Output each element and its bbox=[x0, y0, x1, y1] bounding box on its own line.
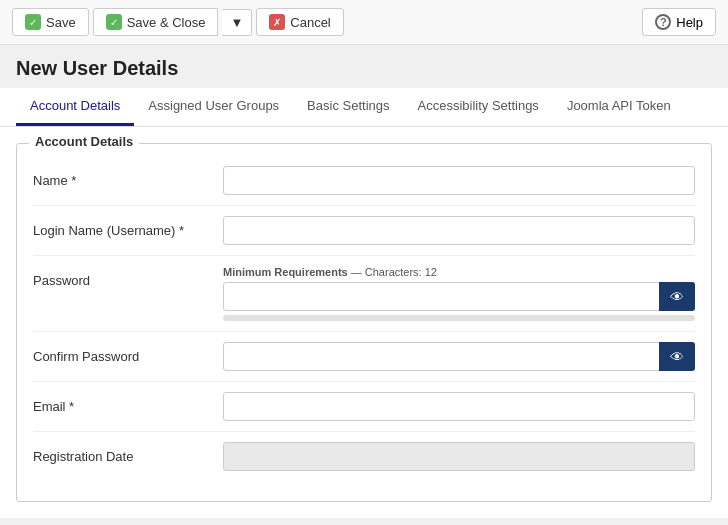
tab-joomla-api-token[interactable]: Joomla API Token bbox=[553, 88, 685, 126]
registration-date-input bbox=[223, 442, 695, 471]
save-close-icon: ✓ bbox=[106, 14, 122, 30]
email-input[interactable] bbox=[223, 392, 695, 421]
email-control-wrap bbox=[223, 392, 695, 421]
name-input[interactable] bbox=[223, 166, 695, 195]
confirm-password-input[interactable] bbox=[223, 342, 695, 371]
page-header: New User Details bbox=[0, 45, 728, 88]
login-name-row: Login Name (Username) * bbox=[33, 206, 695, 255]
page-title: New User Details bbox=[16, 57, 712, 80]
confirm-password-control-wrap: 👁 bbox=[223, 342, 695, 371]
registration-date-label: Registration Date bbox=[33, 442, 213, 464]
registration-date-row: Registration Date bbox=[33, 432, 695, 481]
login-name-input[interactable] bbox=[223, 216, 695, 245]
cancel-icon: ✗ bbox=[269, 14, 285, 30]
name-row: Name * bbox=[33, 156, 695, 205]
login-name-label: Login Name (Username) * bbox=[33, 216, 213, 238]
name-control-wrap bbox=[223, 166, 695, 195]
password-hint: Minimum Requirements — Characters: 12 bbox=[223, 266, 695, 278]
name-label: Name * bbox=[33, 166, 213, 188]
save-close-label: Save & Close bbox=[127, 15, 206, 30]
save-button[interactable]: ✓ Save bbox=[12, 8, 89, 36]
fieldset-legend: Account Details bbox=[29, 134, 139, 149]
confirm-password-row: Confirm Password 👁 bbox=[33, 332, 695, 381]
password-hint-text: Characters: 12 bbox=[365, 266, 437, 278]
eye-icon: 👁 bbox=[670, 289, 684, 305]
cancel-label: Cancel bbox=[290, 15, 330, 30]
password-input[interactable] bbox=[223, 282, 695, 311]
tab-account-details[interactable]: Account Details bbox=[16, 88, 134, 126]
help-icon: ? bbox=[655, 14, 671, 30]
confirm-password-input-wrap: 👁 bbox=[223, 342, 695, 371]
confirm-password-toggle-button[interactable]: 👁 bbox=[659, 342, 695, 371]
chevron-down-icon: ▼ bbox=[230, 15, 243, 30]
save-close-button[interactable]: ✓ Save & Close bbox=[93, 8, 219, 36]
password-row: Password Minimum Requirements — Characte… bbox=[33, 256, 695, 331]
main-content: Account Details Name * Login Name (Usern… bbox=[0, 127, 728, 518]
login-name-control-wrap bbox=[223, 216, 695, 245]
email-row: Email * bbox=[33, 382, 695, 431]
password-control-wrap: Minimum Requirements — Characters: 12 👁 bbox=[223, 266, 695, 321]
email-label: Email * bbox=[33, 392, 213, 414]
help-label: Help bbox=[676, 15, 703, 30]
eye-icon-confirm: 👁 bbox=[670, 349, 684, 365]
password-strength-bar bbox=[223, 315, 695, 321]
tab-assigned-user-groups[interactable]: Assigned User Groups bbox=[134, 88, 293, 126]
save-icon: ✓ bbox=[25, 14, 41, 30]
tab-basic-settings[interactable]: Basic Settings bbox=[293, 88, 403, 126]
registration-date-control-wrap bbox=[223, 442, 695, 471]
toolbar: ✓ Save ✓ Save & Close ▼ ✗ Cancel ? Help bbox=[0, 0, 728, 45]
password-hint-separator: — bbox=[351, 266, 362, 278]
save-dropdown-button[interactable]: ▼ bbox=[222, 9, 252, 36]
cancel-button[interactable]: ✗ Cancel bbox=[256, 8, 343, 36]
password-label: Password bbox=[33, 266, 213, 288]
password-input-wrap: 👁 bbox=[223, 282, 695, 311]
tabs-container: Account Details Assigned User Groups Bas… bbox=[0, 88, 728, 127]
tab-accessibility-settings[interactable]: Accessibility Settings bbox=[403, 88, 552, 126]
account-details-fieldset: Account Details Name * Login Name (Usern… bbox=[16, 143, 712, 502]
password-hint-label: Minimum Requirements bbox=[223, 266, 348, 278]
password-toggle-button[interactable]: 👁 bbox=[659, 282, 695, 311]
help-button[interactable]: ? Help bbox=[642, 8, 716, 36]
save-label: Save bbox=[46, 15, 76, 30]
confirm-password-label: Confirm Password bbox=[33, 342, 213, 364]
